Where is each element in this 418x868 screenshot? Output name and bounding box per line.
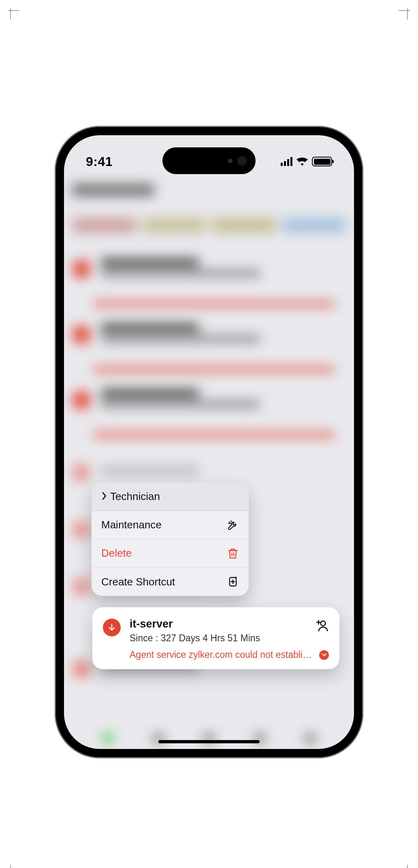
- down-arrow-icon: [103, 619, 121, 636]
- dynamic-island: [162, 147, 256, 174]
- expand-button[interactable]: [319, 650, 329, 660]
- wifi-icon: [296, 157, 308, 166]
- menu-item-label: Create Shortcut: [101, 576, 175, 588]
- menu-item-create-shortcut[interactable]: Create Shortcut: [92, 568, 249, 596]
- menu-item-maintenance[interactable]: Maintenance: [92, 511, 249, 539]
- shortcut-icon: [227, 576, 239, 588]
- context-menu: Technician Maintenance Delete: [92, 483, 249, 596]
- menu-item-delete[interactable]: Delete: [92, 539, 249, 568]
- card-error-message: Agent service zylker.com could not estab…: [130, 649, 314, 660]
- svg-point-1: [321, 621, 326, 626]
- phone-device-frame: 9:41: [55, 126, 363, 758]
- card-title: it-server: [130, 618, 315, 630]
- trash-icon: [227, 547, 239, 560]
- cellular-signal-icon: [281, 157, 292, 166]
- status-time: 9:41: [86, 154, 113, 169]
- server-card[interactable]: it-server Since : 327 Days 4 Hrs 51 Mins…: [92, 607, 339, 669]
- battery-icon: [312, 157, 332, 166]
- card-since-label: Since : 327 Days 4 Hrs 51 Mins: [130, 633, 315, 644]
- menu-item-technician[interactable]: Technician: [92, 483, 249, 511]
- tools-icon: [227, 519, 239, 531]
- chevron-right-icon: [101, 490, 107, 503]
- menu-item-label: Technician: [110, 490, 160, 503]
- add-person-button[interactable]: [315, 619, 329, 632]
- phone-screen: 9:41: [64, 135, 354, 749]
- menu-item-label: Delete: [101, 547, 132, 560]
- menu-item-label: Maintenance: [101, 519, 162, 531]
- home-indicator[interactable]: [158, 740, 260, 743]
